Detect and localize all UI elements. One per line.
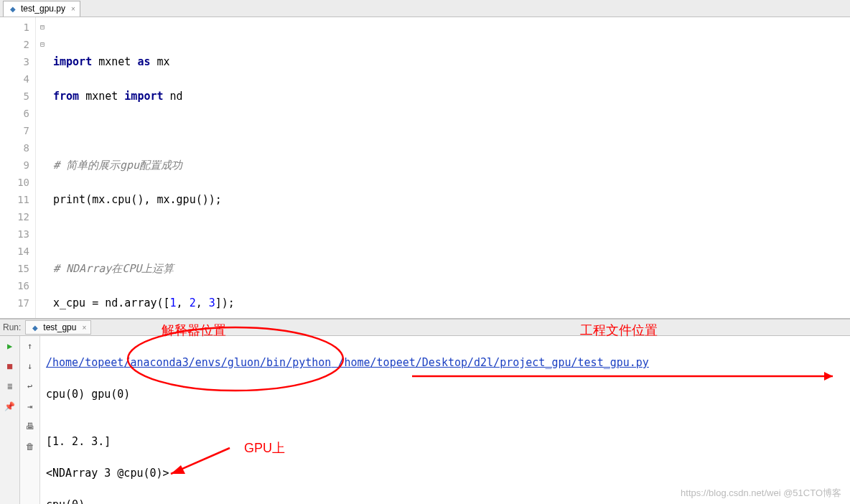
code-content[interactable]: import mxnet as mx from mxnet import nd … <box>49 17 850 318</box>
trash-icon[interactable]: 🗑 <box>24 441 36 452</box>
close-icon[interactable]: × <box>71 5 75 13</box>
python-file-icon: ◆ <box>30 322 40 332</box>
output-line: <NDArray 3 @cpu(0)> <box>46 465 844 481</box>
script-path-link[interactable]: /home/topeet/Desktop/d2l/project_gpu/tes… <box>331 356 649 369</box>
soft-wrap-icon[interactable]: ↩ <box>24 381 36 392</box>
rerun-icon[interactable]: ▶ <box>4 340 16 352</box>
step-icon[interactable]: ⇥ <box>24 401 36 412</box>
fold-gutter: ⊟ ⊟ <box>36 17 49 318</box>
console: ▶ ■ ≣ 📌 ↑ ↓ ↩ ⇥ 🖶 🗑 /home/topeet/anacond… <box>0 336 850 504</box>
close-icon[interactable]: × <box>82 324 86 332</box>
console-toolbar-secondary: ↑ ↓ ↩ ⇥ 🖶 🗑 <box>20 336 40 504</box>
stop-icon[interactable]: ■ <box>4 360 16 372</box>
line-number-gutter: 123 456 789 101112 131415 1617 <box>0 17 36 318</box>
run-toolbar: Run: ◆ test_gpu × <box>0 319 850 336</box>
run-label: Run: <box>3 322 21 332</box>
console-output[interactable]: /home/topeet/anaconda3/envs/gluon/bin/py… <box>40 336 850 504</box>
interpreter-path-link[interactable]: /home/topeet/anaconda3/envs/gluon/bin/py… <box>46 356 331 369</box>
fold-icon[interactable]: ⊟ <box>36 19 49 36</box>
editor-tab-strip: ◆ test_gpu.py × <box>0 0 850 17</box>
scroll-down-icon[interactable]: ↓ <box>24 360 36 372</box>
fold-icon[interactable]: ⊟ <box>36 36 49 53</box>
run-tab-label: test_gpu <box>43 322 76 332</box>
output-line: cpu(0) gpu(0) <box>46 386 844 402</box>
editor-tab-test-gpu[interactable]: ◆ test_gpu.py × <box>3 1 80 17</box>
python-file-icon: ◆ <box>8 4 18 14</box>
layout-icon[interactable]: ≣ <box>4 381 16 392</box>
editor[interactable]: 123 456 789 101112 131415 1617 ⊟ ⊟ impor… <box>0 17 850 319</box>
run-config-tab[interactable]: ◆ test_gpu × <box>25 320 91 335</box>
pin-icon[interactable]: 📌 <box>4 401 16 412</box>
watermark: https://blog.csdn.net/wei @51CTO博客 <box>681 487 841 500</box>
console-toolbar-left: ▶ ■ ≣ 📌 <box>0 336 20 504</box>
output-line: [1. 2. 3.] <box>46 434 844 449</box>
editor-tab-label: test_gpu.py <box>21 4 65 14</box>
print-icon[interactable]: 🖶 <box>24 421 36 432</box>
scroll-up-icon[interactable]: ↑ <box>24 340 36 352</box>
